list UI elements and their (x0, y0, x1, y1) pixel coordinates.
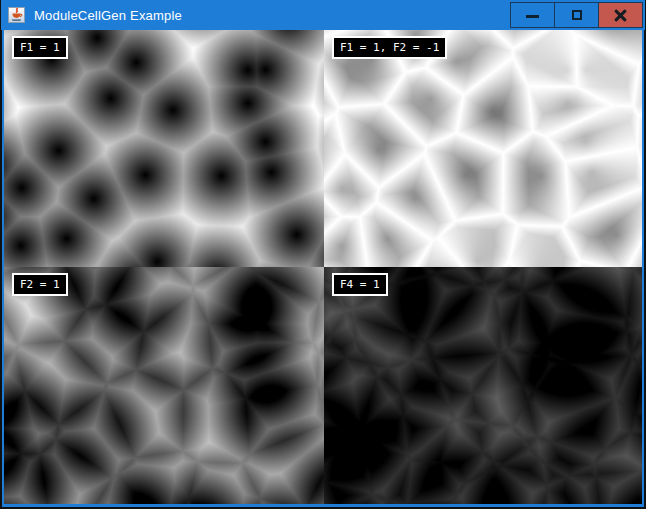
close-icon (614, 9, 627, 22)
noise-grid: F1 = 1 F1 = 1, F2 = -1 F2 = 1 F4 = 1 (4, 30, 644, 505)
noise-canvas-f4 (324, 267, 644, 505)
noise-panel-f4: F4 = 1 (324, 267, 644, 505)
minimize-button[interactable] (510, 2, 555, 28)
panel-label-f4: F4 = 1 (332, 273, 388, 296)
noise-panel-f1f2: F1 = 1, F2 = -1 (324, 30, 644, 267)
noise-panel-f1: F1 = 1 (4, 30, 324, 267)
noise-canvas-f1f2 (324, 30, 644, 267)
window-title: ModuleCellGen Example (34, 8, 511, 23)
noise-canvas-f2 (4, 267, 324, 505)
close-button[interactable] (598, 2, 643, 28)
window-controls (511, 2, 643, 28)
maximize-button[interactable] (554, 2, 599, 28)
panel-label-f1: F1 = 1 (12, 36, 68, 59)
minimize-icon (526, 15, 539, 18)
app-window: ModuleCellGen Example F1 = 1 F1 = 1, F2 … (0, 0, 646, 509)
titlebar[interactable]: ModuleCellGen Example (1, 0, 645, 30)
maximize-icon (572, 10, 582, 20)
panel-label-f1f2: F1 = 1, F2 = -1 (332, 36, 447, 59)
noise-canvas-f1 (4, 30, 324, 267)
panel-label-f2: F2 = 1 (12, 273, 68, 296)
noise-panel-f2: F2 = 1 (4, 267, 324, 505)
java-coffee-cup-icon (8, 7, 25, 23)
